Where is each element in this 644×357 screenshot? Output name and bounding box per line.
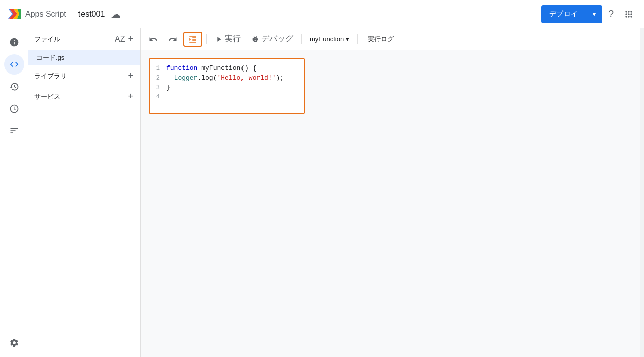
code-line-4: 4	[150, 92, 304, 101]
add-file-button[interactable]: +	[127, 33, 134, 45]
sidebar-history-button[interactable]	[4, 77, 24, 97]
line-number-2: 2	[150, 75, 166, 82]
code-line-1: 1 function myFunction() {	[150, 63, 304, 73]
run-log-icon	[9, 126, 19, 136]
deploy-label: デプロイ	[541, 5, 586, 23]
format-icon	[188, 35, 197, 44]
main-layout: ファイル AZ + コード.gs ライブラリ + サービス +	[0, 28, 644, 357]
right-scrollbar[interactable]	[640, 28, 644, 357]
trigger-icon	[9, 104, 19, 114]
sidebar-trigger-button[interactable]	[4, 99, 24, 119]
line-content-1: function myFunction() {	[166, 64, 304, 72]
debug-label: デバッグ	[261, 34, 293, 44]
file-panel: ファイル AZ + コード.gs ライブラリ + サービス +	[28, 28, 141, 357]
code-editor[interactable]: 1 function myFunction() { 2 Logger.log('…	[149, 58, 305, 114]
apps-grid-button[interactable]	[620, 5, 638, 23]
undo-button[interactable]	[145, 33, 162, 46]
toolbar-separator-2	[301, 34, 302, 44]
redo-icon	[168, 35, 177, 44]
toolbar-separator-3	[357, 34, 358, 44]
function-selector[interactable]: myFunction ▾	[306, 33, 353, 45]
project-name: test001	[78, 10, 105, 19]
services-section-header[interactable]: サービス +	[28, 86, 140, 107]
line-content-3: }	[166, 84, 304, 91]
code-line-2: 2 Logger.log('Hello, world!');	[150, 73, 304, 83]
deploy-dropdown-icon[interactable]: ▼	[586, 5, 602, 23]
app-name: Apps Script	[25, 10, 66, 19]
save-cloud-icon[interactable]: ☁	[111, 8, 121, 20]
line-number-3: 3	[150, 84, 166, 91]
sidebar-info-button[interactable]	[4, 32, 24, 52]
add-library-button[interactable]: +	[127, 69, 134, 82]
undo-icon	[149, 35, 158, 44]
line-content-2: Logger.log('Hello, world!');	[166, 74, 304, 82]
files-label: ファイル	[34, 35, 113, 44]
format-button[interactable]	[183, 32, 202, 47]
sort-icon[interactable]: AZ	[113, 33, 127, 46]
line-number-4: 4	[150, 93, 166, 100]
deploy-button[interactable]: デプロイ ▼	[541, 5, 602, 23]
line-number-1: 1	[150, 65, 166, 72]
header: Apps Script test001 ☁ デプロイ ▼ ?	[0, 0, 644, 28]
add-service-button[interactable]: +	[127, 90, 134, 103]
info-icon	[9, 37, 19, 47]
history-icon	[9, 82, 19, 92]
file-panel-header: ファイル AZ +	[28, 28, 140, 50]
debug-icon	[251, 35, 259, 43]
toolbar-separator-1	[206, 34, 207, 44]
editor-toolbar: 実行 デバッグ myFunction ▾ 実行ログ	[141, 28, 640, 50]
redo-button[interactable]	[164, 33, 181, 46]
code-icon	[9, 59, 19, 69]
run-button[interactable]: 実行	[211, 32, 245, 46]
function-dropdown-icon: ▾	[346, 35, 349, 43]
sidebar-code-button[interactable]	[4, 54, 24, 75]
app-logo: Apps Script	[6, 7, 66, 22]
function-name: myFunction	[310, 35, 344, 43]
run-log-button[interactable]: 実行ログ	[362, 33, 400, 46]
icon-sidebar	[0, 28, 28, 357]
run-log-label: 実行ログ	[368, 35, 394, 43]
file-item-code[interactable]: コード.gs	[28, 50, 140, 65]
services-label: サービス	[34, 92, 127, 101]
run-label: 実行	[225, 34, 241, 44]
library-label: ライブラリ	[34, 72, 127, 81]
run-icon	[215, 35, 223, 43]
sidebar-run-button[interactable]	[4, 121, 24, 141]
code-line-3: 3 }	[150, 83, 304, 92]
editor-area: 実行 デバッグ myFunction ▾ 実行ログ 1 function myF…	[141, 28, 640, 357]
google-logo-icon	[6, 7, 21, 22]
file-name: コード.gs	[36, 53, 64, 62]
sidebar-settings-button[interactable]	[4, 333, 24, 353]
debug-button[interactable]: デバッグ	[247, 32, 297, 46]
help-button[interactable]: ?	[604, 4, 618, 24]
grid-icon	[624, 9, 634, 19]
library-section-header[interactable]: ライブラリ +	[28, 65, 140, 86]
settings-icon	[9, 338, 19, 348]
code-editor-wrapper[interactable]: 1 function myFunction() { 2 Logger.log('…	[141, 50, 640, 357]
